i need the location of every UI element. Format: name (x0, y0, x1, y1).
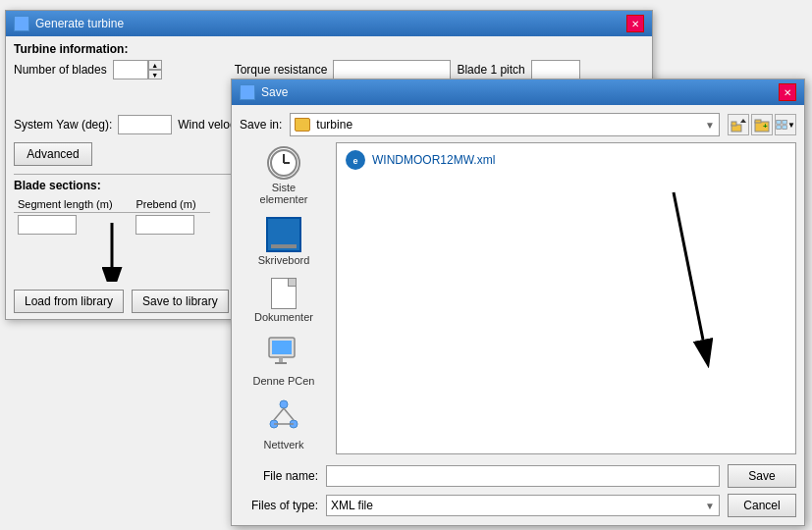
sidebar-documents-label: Dokumenter (254, 311, 313, 323)
folder-icon (295, 118, 310, 132)
svg-line-23 (284, 408, 294, 420)
svg-line-28 (674, 192, 703, 340)
save-titlebar-left: Save (240, 84, 288, 100)
blade1-label: Blade 1 pitch (457, 63, 524, 77)
num-blades-spinner[interactable]: 3 ▲ ▼ (113, 60, 162, 80)
sidebar-pc-label: Denne PCen (253, 375, 315, 387)
sidebar-item-recent[interactable]: Siste elementer (244, 142, 323, 209)
save-location-text: turbine (316, 118, 699, 132)
network-icon-svg (266, 398, 301, 434)
view-dropdown: ▼ (787, 121, 795, 130)
files-of-type-label: Files of type: (240, 499, 318, 512)
file-type-arrow: ▼ (705, 501, 715, 511)
save-location-combo[interactable]: turbine ▼ (290, 113, 720, 136)
sidebar-network-label: Nettverk (264, 439, 304, 450)
view-menu-btn[interactable]: ▼ (775, 114, 796, 135)
system-yaw-label: System Yaw (deg): (14, 118, 112, 132)
save-dialog: Save ✕ Save in: turbine ▼ (231, 79, 805, 526)
num-blades-label: Number of blades (14, 63, 107, 77)
save-main: Siste elementer Skrivebord (240, 142, 796, 454)
file-name-input[interactable]: WWINDEXAMPLE (326, 465, 720, 487)
clock-icon (267, 146, 300, 180)
blade1-input[interactable]: 0.0 (531, 60, 580, 80)
toolbar-icons: + ▼ (728, 114, 796, 135)
save-in-row: Save in: turbine ▼ (240, 113, 796, 136)
desktop-icon (266, 217, 301, 252)
svg-text:+: + (763, 122, 768, 131)
svg-point-19 (280, 400, 288, 408)
svg-rect-17 (279, 357, 283, 362)
generate-title: Generate turbine (35, 17, 124, 30)
pc-icon (266, 335, 301, 373)
generate-titlebar: Generate turbine ✕ (6, 11, 652, 36)
combo-dropdown-arrow[interactable]: ▼ (705, 120, 715, 131)
save-sidebar: Siste elementer Skrivebord (240, 142, 328, 454)
sidebar-item-documents[interactable]: Dokumenter (244, 274, 323, 327)
seg-len-value-input[interactable]: 5.0 (18, 215, 77, 235)
prebend-col-header: Prebend (m) (132, 196, 210, 213)
file-type-row: Files of type: XML file ▼ Cancel (240, 494, 796, 517)
file-name-label: File name: (240, 469, 318, 483)
down-arrow-svg (92, 223, 151, 282)
seg-len-col-header: Segment length (m) (14, 196, 132, 213)
pc-icon-svg (266, 335, 301, 370)
taskbar (271, 244, 297, 248)
new-folder-icon: + (754, 117, 770, 132)
svg-line-22 (274, 408, 284, 420)
advanced-button[interactable]: Advanced (14, 142, 92, 166)
num-blades-row: Number of blades 3 ▲ ▼ (14, 60, 219, 80)
xml-file-icon: e (345, 149, 366, 171)
doc-icon-box (271, 278, 297, 309)
save-to-library-button[interactable]: Save to library (132, 290, 229, 313)
save-close-button[interactable]: ✕ (779, 83, 796, 101)
file-item[interactable]: e WINDMOOR12MW.xml (341, 147, 791, 173)
save-arrow-area (341, 173, 791, 369)
network-icon (266, 398, 301, 437)
generate-close-button[interactable]: ✕ (626, 15, 644, 32)
torque-input[interactable]: 0.0 (333, 60, 451, 80)
svg-rect-10 (777, 126, 782, 130)
sidebar-item-pc[interactable]: Denne PCen (244, 331, 323, 391)
sidebar-recent-label: Siste elementer (248, 182, 319, 205)
save-button[interactable]: Save (728, 464, 796, 488)
doc-fold (288, 279, 296, 287)
file-type-value: XML file (331, 499, 705, 512)
desktop-icon-box (266, 217, 301, 252)
sidebar-desktop-label: Skrivebord (258, 254, 310, 266)
torque-label: Torque resistance (235, 63, 328, 77)
turbine-title-icon (14, 16, 29, 31)
file-name-text: WINDMOOR12MW.xml (372, 153, 495, 167)
save-arrow-svg (615, 173, 732, 369)
num-blades-input[interactable]: 3 (113, 60, 148, 80)
system-yaw-input[interactable]: 0.0 (118, 115, 172, 134)
svg-rect-8 (777, 120, 782, 124)
svg-rect-11 (783, 126, 787, 130)
filename-row: File name: WWINDEXAMPLE Save (240, 464, 796, 488)
save-body: Save in: turbine ▼ (232, 105, 804, 525)
spinner-down[interactable]: ▼ (148, 70, 162, 80)
svg-rect-9 (783, 120, 787, 124)
svg-marker-4 (740, 119, 746, 123)
new-folder-btn[interactable]: + (751, 114, 773, 135)
documents-icon (271, 278, 297, 309)
svg-rect-18 (275, 362, 287, 364)
save-in-label: Save in: (240, 118, 282, 132)
file-type-combo[interactable]: XML file ▼ (326, 495, 720, 516)
cancel-button[interactable]: Cancel (728, 494, 796, 517)
save-titlebar: Save ✕ (232, 80, 804, 105)
svg-text:e: e (352, 156, 357, 166)
save-title: Save (261, 85, 288, 99)
titlebar-left: Generate turbine (14, 16, 124, 31)
svg-rect-3 (731, 122, 736, 126)
spinner-buttons: ▲ ▼ (148, 60, 162, 80)
spinner-up[interactable]: ▲ (148, 60, 162, 70)
turbine-info-header: Turbine information: (14, 42, 644, 56)
load-from-library-button[interactable]: Load from library (14, 290, 124, 313)
sidebar-item-desktop[interactable]: Skrivebord (244, 213, 323, 270)
sidebar-item-network[interactable]: Nettverk (244, 395, 323, 454)
view-icon (776, 117, 787, 132)
up-level-icon (731, 117, 746, 132)
svg-rect-16 (272, 341, 292, 354)
up-level-btn[interactable] (728, 114, 749, 135)
recent-icon (267, 146, 300, 180)
